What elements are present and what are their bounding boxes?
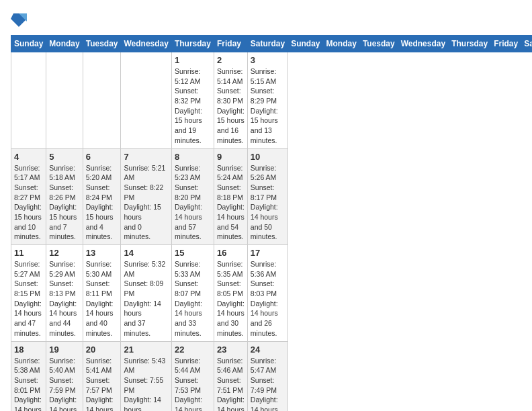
calendar-cell: [11, 52, 46, 149]
day-number: 17: [251, 248, 285, 258]
header-day-tuesday: Tuesday: [359, 36, 398, 52]
day-info: Sunrise: 5:30 AM Sunset: 8:11 PM Dayligh…: [86, 259, 118, 338]
header: [11, 11, 521, 30]
day-number: 9: [217, 152, 245, 162]
day-info: Sunrise: 5:43 AM Sunset: 7:55 PM Dayligh…: [124, 356, 168, 412]
calendar-cell: 18Sunrise: 5:38 AM Sunset: 8:01 PM Dayli…: [11, 341, 46, 411]
day-number: 20: [86, 345, 118, 355]
day-number: 18: [14, 345, 43, 355]
calendar-cell: 13Sunrise: 5:30 AM Sunset: 8:11 PM Dayli…: [83, 245, 121, 342]
day-number: 11: [14, 248, 43, 258]
day-number: 21: [124, 345, 168, 355]
calendar-cell: 4Sunrise: 5:17 AM Sunset: 8:27 PM Daylig…: [11, 148, 46, 245]
header-sunday: Sunday: [11, 36, 46, 52]
week-row-1: 1Sunrise: 5:12 AM Sunset: 8:32 PM Daylig…: [11, 52, 533, 149]
header-saturday: Saturday: [247, 36, 287, 52]
day-info: Sunrise: 5:46 AM Sunset: 7:51 PM Dayligh…: [217, 356, 245, 412]
calendar-cell: [121, 52, 171, 149]
day-info: Sunrise: 5:36 AM Sunset: 8:03 PM Dayligh…: [251, 259, 285, 338]
day-number: 5: [49, 152, 79, 162]
calendar-cell: 6Sunrise: 5:20 AM Sunset: 8:24 PM Daylig…: [83, 148, 121, 245]
calendar-cell: 12Sunrise: 5:29 AM Sunset: 8:13 PM Dayli…: [46, 245, 83, 342]
week-row-3: 11Sunrise: 5:27 AM Sunset: 8:15 PM Dayli…: [11, 245, 533, 342]
calendar-table: SundayMondayTuesdayWednesdayThursdayFrid…: [11, 35, 532, 411]
day-info: Sunrise: 5:14 AM Sunset: 8:30 PM Dayligh…: [217, 66, 245, 146]
calendar-cell: [46, 52, 83, 149]
day-info: Sunrise: 5:29 AM Sunset: 8:13 PM Dayligh…: [49, 259, 79, 338]
day-info: Sunrise: 5:40 AM Sunset: 7:59 PM Dayligh…: [49, 356, 79, 412]
day-info: Sunrise: 5:23 AM Sunset: 8:20 PM Dayligh…: [175, 163, 211, 242]
day-info: Sunrise: 5:15 AM Sunset: 8:29 PM Dayligh…: [251, 66, 285, 146]
calendar-cell: [83, 52, 121, 149]
calendar-cell: 5Sunrise: 5:18 AM Sunset: 8:26 PM Daylig…: [46, 148, 83, 245]
day-info: Sunrise: 5:17 AM Sunset: 8:27 PM Dayligh…: [14, 163, 43, 242]
calendar-cell: 16Sunrise: 5:35 AM Sunset: 8:05 PM Dayli…: [214, 245, 247, 342]
header-day-friday: Friday: [491, 36, 521, 52]
day-info: Sunrise: 5:27 AM Sunset: 8:15 PM Dayligh…: [14, 259, 43, 338]
header-thursday: Thursday: [171, 36, 214, 52]
header-friday: Friday: [214, 36, 247, 52]
calendar-cell: 10Sunrise: 5:26 AM Sunset: 8:17 PM Dayli…: [247, 148, 287, 245]
day-info: Sunrise: 5:12 AM Sunset: 8:32 PM Dayligh…: [175, 66, 211, 146]
header-day-thursday: Thursday: [449, 36, 491, 52]
calendar-cell: 2Sunrise: 5:14 AM Sunset: 8:30 PM Daylig…: [214, 52, 247, 149]
calendar-cell: 11Sunrise: 5:27 AM Sunset: 8:15 PM Dayli…: [11, 245, 46, 342]
day-info: Sunrise: 5:47 AM Sunset: 7:49 PM Dayligh…: [251, 356, 285, 412]
day-info: Sunrise: 5:35 AM Sunset: 8:05 PM Dayligh…: [217, 259, 245, 338]
day-number: 22: [175, 345, 211, 355]
header-day-saturday: Saturday: [521, 36, 532, 52]
header-day-sunday: Sunday: [288, 36, 323, 52]
day-number: 6: [86, 152, 118, 162]
days-header-row: SundayMondayTuesdayWednesdayThursdayFrid…: [11, 36, 533, 52]
calendar-cell: 7Sunrise: 5:21 AM Sunset: 8:22 PM Daylig…: [121, 148, 171, 245]
week-row-4: 18Sunrise: 5:38 AM Sunset: 8:01 PM Dayli…: [11, 341, 533, 411]
day-info: Sunrise: 5:26 AM Sunset: 8:17 PM Dayligh…: [251, 163, 285, 242]
day-info: Sunrise: 5:20 AM Sunset: 8:24 PM Dayligh…: [86, 163, 118, 242]
day-info: Sunrise: 5:18 AM Sunset: 8:26 PM Dayligh…: [49, 163, 79, 242]
day-number: 13: [86, 248, 118, 258]
day-number: 7: [124, 152, 168, 162]
day-number: 3: [251, 55, 285, 65]
calendar-cell: 22Sunrise: 5:44 AM Sunset: 7:53 PM Dayli…: [171, 341, 214, 411]
day-number: 16: [217, 248, 245, 258]
calendar-cell: 21Sunrise: 5:43 AM Sunset: 7:55 PM Dayli…: [121, 341, 171, 411]
day-info: Sunrise: 5:33 AM Sunset: 8:07 PM Dayligh…: [175, 259, 211, 338]
day-number: 4: [14, 152, 43, 162]
day-number: 14: [124, 248, 168, 258]
day-info: Sunrise: 5:44 AM Sunset: 7:53 PM Dayligh…: [175, 356, 211, 412]
calendar-cell: 23Sunrise: 5:46 AM Sunset: 7:51 PM Dayli…: [214, 341, 247, 411]
calendar-cell: 3Sunrise: 5:15 AM Sunset: 8:29 PM Daylig…: [247, 52, 287, 149]
day-number: 2: [217, 55, 245, 65]
calendar-cell: 15Sunrise: 5:33 AM Sunset: 8:07 PM Dayli…: [171, 245, 214, 342]
day-info: Sunrise: 5:41 AM Sunset: 7:57 PM Dayligh…: [86, 356, 118, 412]
calendar-cell: 20Sunrise: 5:41 AM Sunset: 7:57 PM Dayli…: [83, 341, 121, 411]
day-number: 23: [217, 345, 245, 355]
calendar-cell: 17Sunrise: 5:36 AM Sunset: 8:03 PM Dayli…: [247, 245, 287, 342]
calendar-cell: 19Sunrise: 5:40 AM Sunset: 7:59 PM Dayli…: [46, 341, 83, 411]
day-number: 24: [251, 345, 285, 355]
header-day-monday: Monday: [323, 36, 359, 52]
day-number: 19: [49, 345, 79, 355]
logo: [11, 11, 30, 30]
day-info: Sunrise: 5:24 AM Sunset: 8:18 PM Dayligh…: [217, 163, 245, 242]
logo-icon: [11, 11, 27, 30]
day-info: Sunrise: 5:38 AM Sunset: 8:01 PM Dayligh…: [14, 356, 43, 412]
day-number: 10: [251, 152, 285, 162]
day-info: Sunrise: 5:32 AM Sunset: 8:09 PM Dayligh…: [124, 259, 168, 338]
day-number: 12: [49, 248, 79, 258]
calendar-cell: 24Sunrise: 5:47 AM Sunset: 7:49 PM Dayli…: [247, 341, 287, 411]
header-tuesday: Tuesday: [83, 36, 121, 52]
calendar-cell: 9Sunrise: 5:24 AM Sunset: 8:18 PM Daylig…: [214, 148, 247, 245]
calendar-cell: 14Sunrise: 5:32 AM Sunset: 8:09 PM Dayli…: [121, 245, 171, 342]
calendar-cell: 1Sunrise: 5:12 AM Sunset: 8:32 PM Daylig…: [171, 52, 214, 149]
day-info: Sunrise: 5:21 AM Sunset: 8:22 PM Dayligh…: [124, 163, 168, 242]
header-monday: Monday: [46, 36, 83, 52]
header-day-wednesday: Wednesday: [398, 36, 448, 52]
day-number: 8: [175, 152, 211, 162]
header-wednesday: Wednesday: [121, 36, 171, 52]
day-number: 15: [175, 248, 211, 258]
week-row-2: 4Sunrise: 5:17 AM Sunset: 8:27 PM Daylig…: [11, 148, 533, 245]
calendar-cell: 8Sunrise: 5:23 AM Sunset: 8:20 PM Daylig…: [171, 148, 214, 245]
day-number: 1: [175, 55, 211, 65]
